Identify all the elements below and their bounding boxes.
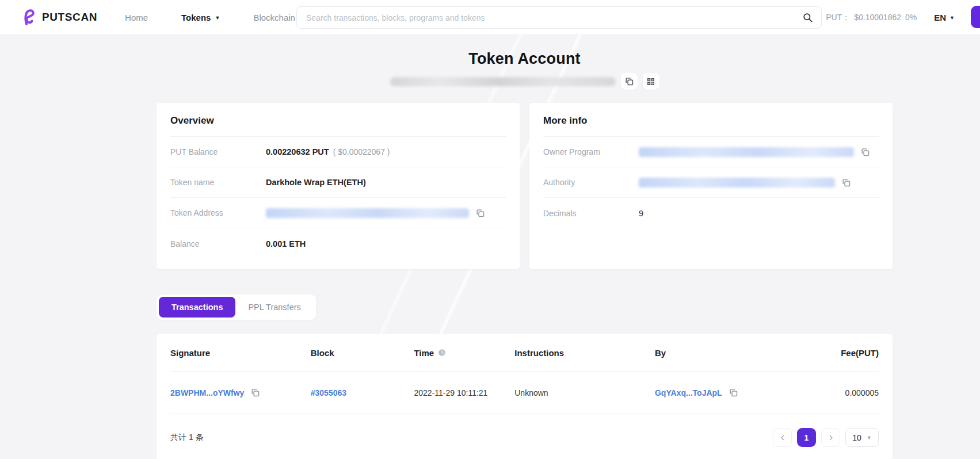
authority-label: Authority [543, 178, 639, 187]
language-label: EN [934, 13, 946, 22]
col-header-by: By [655, 348, 795, 358]
col-header-time-label: Time [414, 348, 434, 358]
more-info-card: More info Owner Program Authority [529, 103, 893, 269]
decimals-row: Decimals 9 [543, 198, 879, 228]
token-name-value: Darkhole Wrap ETH(ETH) [266, 178, 366, 187]
col-header-fee: Fee(PUT) [795, 348, 879, 358]
language-selector[interactable]: EN ▼ [934, 13, 955, 22]
put-balance-row: PUT Balance 0.00220632 PUT ( $0.00022067… [170, 137, 506, 167]
redacted-owner-program [639, 147, 854, 157]
pagination-prev-button[interactable] [773, 428, 792, 447]
chevron-right-icon [828, 434, 834, 441]
tab-transactions[interactable]: Transactions [159, 297, 235, 318]
top-navbar: PUTSCAN Home Tokens ▼ Blockchain ▼ PUT： … [0, 0, 980, 35]
nav-home-label: Home [125, 13, 148, 22]
token-address-label: Token Address [170, 208, 266, 217]
transactions-table-card: Signature Block Time Instructions By Fee… [157, 334, 893, 459]
balance-value: 0.001 ETH [266, 239, 306, 248]
owner-program-row: Owner Program [543, 137, 879, 167]
balance-row: Balance 0.001 ETH [170, 228, 506, 259]
put-balance-value: 0.00220632 PUT [266, 147, 329, 156]
copy-authority-button[interactable] [841, 178, 851, 188]
redacted-authority [639, 178, 835, 188]
main-content: Token Account Overview PUT Balance 0.002… [157, 50, 893, 459]
signature-cell: 2BWPHM...oYWfwy [170, 388, 311, 397]
balance-label: Balance [170, 239, 266, 248]
qr-code-button[interactable] [643, 73, 659, 90]
search-input[interactable] [306, 13, 802, 22]
col-header-instructions: Instructions [514, 348, 655, 358]
block-link[interactable]: #3055063 [311, 388, 346, 397]
put-price-value: $0.10001862 [854, 13, 901, 23]
list-tabs: Transactions PPL Transfers [157, 294, 316, 320]
put-price-label: PUT： [826, 13, 850, 23]
copy-icon [860, 147, 870, 157]
copy-owner-program-button[interactable] [860, 147, 870, 157]
table-header-row: Signature Block Time Instructions By Fee… [170, 334, 879, 372]
caret-down-icon: ▼ [215, 16, 220, 21]
instructions-cell: Unknown [514, 388, 655, 397]
global-search [296, 6, 822, 29]
put-balance-label: PUT Balance [170, 147, 266, 156]
decimals-label: Decimals [543, 209, 639, 218]
by-cell: GqYAxq...ToJApL [655, 388, 795, 397]
putscan-logo-icon [22, 9, 37, 26]
overview-card: Overview PUT Balance 0.00220632 PUT ( $0… [157, 103, 520, 269]
table-footer: 共计 1 条 1 10 ▼ [170, 414, 879, 459]
chevron-left-icon [779, 434, 786, 441]
nav-tokens[interactable]: Tokens ▼ [181, 13, 220, 22]
by-link[interactable]: GqYAxq...ToJApL [655, 388, 722, 397]
copy-address-button[interactable] [621, 73, 638, 90]
copy-icon [841, 178, 851, 188]
nav-tokens-label: Tokens [181, 13, 211, 22]
nav-home[interactable]: Home [125, 13, 148, 22]
pagination-page-1[interactable]: 1 [797, 428, 816, 447]
clock-icon[interactable] [438, 349, 446, 357]
pagination-next-button[interactable] [821, 428, 840, 447]
col-header-time: Time [414, 348, 514, 358]
brand-name: PUTSCAN [42, 11, 97, 24]
col-header-block: Block [311, 348, 414, 358]
table-row: 2BWPHM...oYWfwy #3055063 2022-11-29 10:1… [170, 372, 879, 414]
redacted-account-address [390, 77, 616, 86]
pagination: 1 10 ▼ [773, 428, 879, 447]
edge-widget-button[interactable] [971, 6, 980, 28]
authority-row: Authority [543, 167, 879, 198]
overview-title: Overview [170, 115, 506, 137]
nav-blockchain-label: Blockchain [253, 13, 295, 22]
caret-down-icon: ▼ [950, 16, 955, 21]
redacted-token-address [266, 208, 469, 218]
header-right: PUT： $0.10001862 0% EN ▼ [826, 0, 955, 35]
token-name-row: Token name Darkhole Wrap ETH(ETH) [170, 167, 506, 198]
signature-link[interactable]: 2BWPHM...oYWfwy [170, 388, 244, 397]
decimals-value: 9 [639, 209, 643, 218]
page-size-value: 10 [852, 433, 861, 442]
copy-signature-button[interactable] [250, 388, 260, 397]
block-cell: #3055063 [311, 388, 414, 397]
fee-cell: 0.000005 [795, 388, 879, 397]
brand-logo[interactable]: PUTSCAN [22, 9, 97, 26]
token-address-row: Token Address [170, 198, 506, 228]
copy-token-address-button[interactable] [475, 208, 485, 218]
copy-icon [729, 388, 738, 397]
summary-cards: Overview PUT Balance 0.00220632 PUT ( $0… [157, 103, 893, 269]
qr-code-icon [646, 77, 655, 86]
copy-icon [624, 76, 634, 86]
account-address-row [157, 73, 893, 90]
owner-program-label: Owner Program [543, 147, 639, 156]
more-info-title: More info [543, 115, 879, 137]
caret-down-icon: ▼ [867, 435, 872, 441]
copy-icon [250, 388, 260, 397]
put-price-change: 0% [905, 13, 917, 23]
token-name-label: Token name [170, 178, 266, 187]
time-cell: 2022-11-29 10:11:21 [414, 388, 514, 397]
total-count: 共计 1 条 [170, 433, 204, 443]
copy-icon [475, 208, 485, 218]
put-price: PUT： $0.10001862 0% [826, 13, 917, 23]
search-icon[interactable] [802, 12, 813, 23]
page-size-select[interactable]: 10 ▼ [845, 428, 879, 447]
page-title: Token Account [157, 50, 893, 68]
tab-ppl-transfers[interactable]: PPL Transfers [235, 297, 313, 318]
col-header-signature: Signature [170, 348, 311, 358]
copy-by-button[interactable] [729, 388, 738, 397]
